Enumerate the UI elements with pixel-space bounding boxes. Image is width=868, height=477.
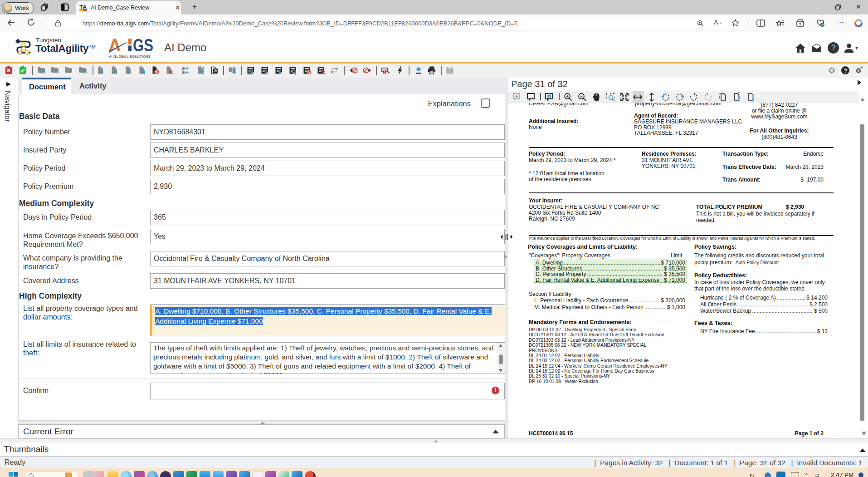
svg-text:GS: GS xyxy=(133,38,153,55)
svg-text:AI GLOBAL SOLUTIONS: AI GLOBAL SOLUTIONS xyxy=(109,54,151,59)
svg-text:?: ? xyxy=(844,67,848,74)
svg-text:TA: TA xyxy=(79,4,87,10)
